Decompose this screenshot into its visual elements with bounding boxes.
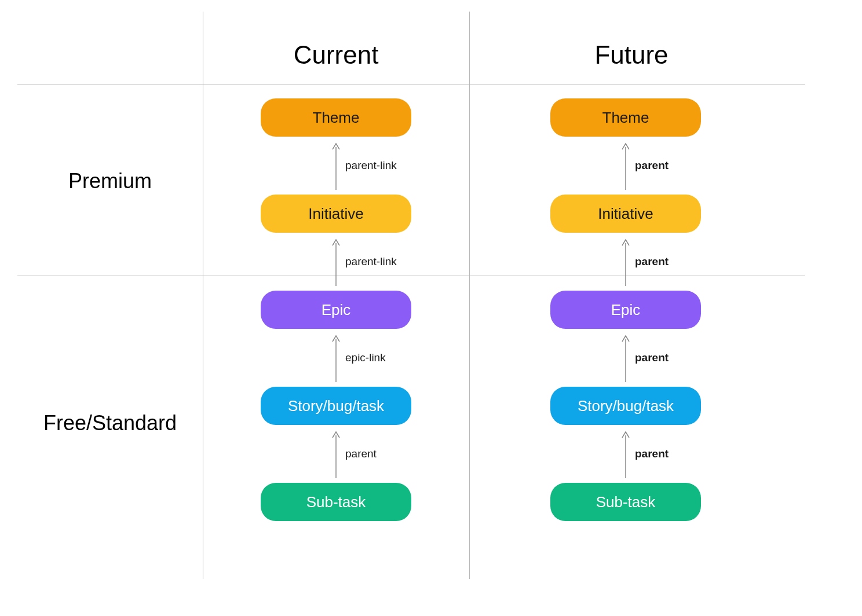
vertical-divider-1 [203, 12, 203, 579]
row-label-premium: Premium [17, 169, 203, 193]
node-label: Epic [322, 301, 351, 319]
arrow-label: parent [345, 448, 377, 460]
arrow-up-icon [622, 237, 630, 286]
arrow-gap: parent [261, 425, 411, 483]
arrow-gap: epic-link [261, 329, 411, 387]
arrow-up-icon [332, 333, 340, 382]
arrow-up-icon [332, 141, 340, 190]
hierarchy-future: Theme parent Initiative parent Epic [550, 98, 701, 521]
arrow-gap: parent-link [261, 233, 411, 291]
node-initiative-future: Initiative [550, 195, 701, 233]
arrow-up-icon [622, 333, 630, 382]
node-label: Theme [313, 109, 360, 127]
column-header-future: Future [469, 41, 794, 69]
node-theme-future: Theme [550, 98, 701, 137]
arrow-up-icon [622, 430, 630, 478]
node-label: Sub-task [596, 493, 656, 511]
row-label-free: Free/Standard [17, 411, 203, 435]
arrow-label: parent [635, 448, 669, 460]
arrow-label: epic-link [345, 351, 386, 364]
hierarchy-current: Theme parent-link Initiative parent-link… [261, 98, 411, 521]
arrow-label: parent [635, 255, 669, 268]
node-subtask-current: Sub-task [261, 483, 411, 521]
arrow-label: parent-link [345, 255, 397, 268]
node-label: Sub-task [306, 493, 366, 511]
arrow-up-icon [622, 141, 630, 190]
node-subtask-future: Sub-task [550, 483, 701, 521]
node-label: Initiative [598, 205, 653, 223]
node-epic-future: Epic [550, 291, 701, 329]
arrow-gap: parent [550, 233, 701, 291]
node-story-future: Story/bug/task [550, 387, 701, 425]
node-epic-current: Epic [261, 291, 411, 329]
arrow-label: parent [635, 159, 669, 172]
arrow-gap: parent [550, 329, 701, 387]
node-initiative-current: Initiative [261, 195, 411, 233]
arrow-gap: parent [550, 425, 701, 483]
node-label: Theme [602, 109, 649, 127]
diagram-grid: Current Future Premium Free/Standard The… [17, 12, 805, 579]
node-story-current: Story/bug/task [261, 387, 411, 425]
arrow-up-icon [332, 237, 340, 286]
arrow-label: parent-link [345, 159, 397, 172]
vertical-divider-2 [469, 12, 470, 579]
column-header-current: Current [203, 41, 469, 69]
arrow-label: parent [635, 351, 669, 364]
node-theme-current: Theme [261, 98, 411, 137]
node-label: Initiative [308, 205, 363, 223]
arrow-up-icon [332, 430, 340, 478]
node-label: Story/bug/task [578, 397, 674, 415]
arrow-gap: parent-link [261, 137, 411, 195]
node-label: Epic [611, 301, 641, 319]
arrow-gap: parent [550, 137, 701, 195]
node-label: Story/bug/task [288, 397, 384, 415]
horizontal-divider-1 [17, 85, 805, 85]
